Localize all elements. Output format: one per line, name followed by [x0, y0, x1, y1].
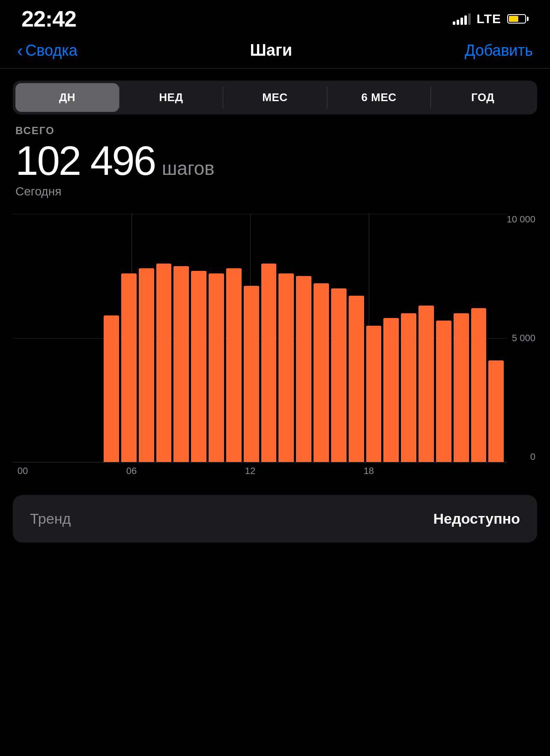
bar-4	[86, 461, 102, 462]
bar-13	[244, 286, 259, 462]
status-bar: 22:42 LTE	[0, 0, 550, 34]
chart-area	[13, 214, 507, 462]
bar-1	[34, 461, 49, 462]
bar-5	[104, 315, 119, 462]
bar-25	[454, 313, 469, 462]
chart-x-labels: 00 06 12 18	[13, 462, 507, 480]
chart-container: 10 000 5 000 0 00 06 12 18	[13, 214, 537, 480]
bar-6	[121, 273, 137, 462]
tab-sixmonth[interactable]: 6 МЕС	[327, 83, 431, 112]
bar-7	[139, 268, 154, 462]
bar-18	[331, 288, 347, 462]
x-label-00: 00	[18, 465, 28, 477]
stats-section: ВСЕГО 102 496 шагов Сегодня	[0, 125, 550, 210]
tab-week[interactable]: НЕД	[120, 83, 223, 112]
bar-8	[156, 264, 172, 462]
trend-label: Тренд	[30, 510, 71, 527]
tab-month[interactable]: МЕС	[223, 83, 327, 112]
network-type: LTE	[477, 12, 501, 26]
stats-total-label: ВСЕГО	[15, 125, 535, 137]
bar-21	[383, 318, 399, 462]
stats-period: Сегодня	[15, 185, 535, 198]
y-label-10000: 10 000	[507, 214, 535, 225]
nav-divider	[0, 68, 550, 69]
bar-0	[16, 461, 32, 462]
bar-9	[173, 266, 189, 462]
chevron-left-icon: ‹	[17, 42, 23, 59]
x-label-12: 12	[245, 465, 255, 477]
back-button[interactable]: ‹ Сводка	[17, 42, 78, 60]
tab-day[interactable]: ДН	[15, 83, 119, 112]
bar-2	[51, 461, 67, 462]
bar-17	[314, 283, 329, 462]
y-label-5000: 5 000	[512, 333, 535, 344]
back-label: Сводка	[25, 42, 78, 60]
tab-year[interactable]: ГОД	[431, 83, 535, 112]
bar-19	[349, 296, 364, 462]
bar-14	[261, 264, 277, 462]
signal-bars-icon	[453, 13, 471, 25]
y-label-0: 0	[530, 451, 535, 462]
bar-26	[471, 308, 487, 462]
bars-container	[13, 214, 507, 462]
bar-15	[278, 273, 294, 462]
battery-icon	[507, 14, 529, 24]
page-title: Шаги	[250, 41, 293, 60]
chart-y-labels: 10 000 5 000 0	[507, 214, 537, 462]
bar-20	[366, 326, 382, 462]
status-icons: LTE	[453, 12, 529, 26]
trend-card: Тренд Недоступно	[13, 495, 537, 543]
period-tabs: ДН НЕД МЕС 6 МЕС ГОД	[13, 81, 537, 114]
add-button[interactable]: Добавить	[465, 42, 533, 60]
bar-12	[226, 268, 242, 462]
bar-22	[401, 313, 416, 462]
bar-27	[488, 360, 504, 462]
nav-bar: ‹ Сводка Шаги Добавить	[0, 34, 550, 68]
bar-16	[296, 276, 311, 462]
x-label-06: 06	[126, 465, 137, 477]
bar-11	[209, 273, 224, 462]
stats-value-row: 102 496 шагов	[15, 140, 535, 181]
steps-count: 102 496	[15, 140, 155, 181]
bar-10	[191, 271, 206, 462]
status-time: 22:42	[21, 6, 76, 32]
bar-3	[69, 461, 84, 462]
bar-23	[418, 306, 434, 462]
x-label-18: 18	[364, 465, 374, 477]
bar-24	[436, 321, 451, 462]
chart-wrapper: 10 000 5 000 0 00 06 12 18	[13, 214, 537, 480]
trend-value: Недоступно	[433, 510, 520, 527]
steps-unit: шагов	[162, 158, 215, 179]
